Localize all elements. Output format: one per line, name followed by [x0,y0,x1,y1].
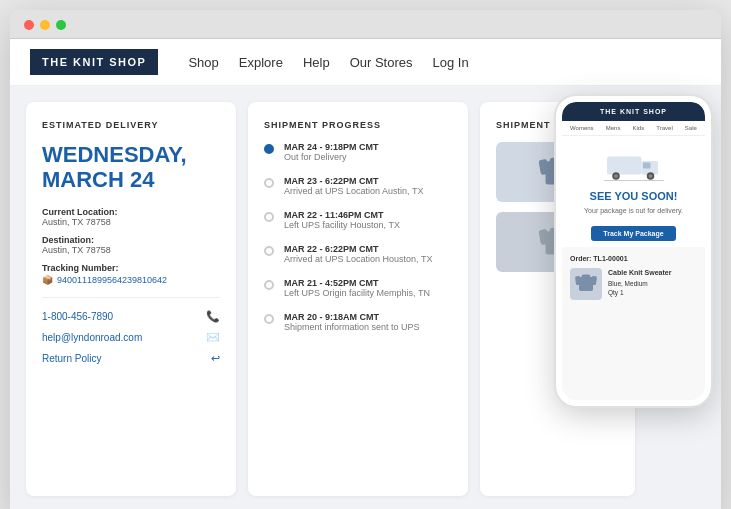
progress-dot-5 [264,314,274,324]
progress-item-2: MAR 22 - 11:46PM CMT Left UPS facility H… [264,210,452,230]
shipment-panel-title: SHIPMENT PROGRESS [264,120,452,130]
svg-rect-10 [643,163,651,169]
progress-desc-2: Left UPS facility Houston, TX [284,220,400,230]
progress-desc-5: Shipment information sent to UPS [284,322,420,332]
progress-item-4: MAR 21 - 4:52PM CMT Left UPS Origin faci… [264,278,452,298]
delivery-panel: ESTIMATED DELIVERY WEDNESDAY, MARCH 24 C… [26,102,236,496]
destination-row: Destination: Austin, TX 78758 [42,235,220,255]
progress-desc-0: Out for Delivery [284,152,379,162]
progress-dot-1 [264,178,274,188]
progress-text-0: MAR 24 - 9:18PM CMT Out for Delivery [284,142,379,162]
nav-link-help[interactable]: Help [303,55,330,70]
svg-rect-16 [579,277,593,291]
progress-item-5: MAR 20 - 9:18AM CMT Shipment information… [264,312,452,332]
email-text: help@lyndonroad.com [42,332,142,343]
tracking-row: Tracking Number: 📦 940011189956423981064… [42,263,220,285]
progress-desc-3: Arrived at UPS Location Houston, TX [284,254,432,264]
email-link[interactable]: help@lyndonroad.com ✉️ [42,331,220,344]
email-icon: ✉️ [206,331,220,344]
progress-desc-4: Left UPS Origin facility Memphis, TN [284,288,430,298]
delivery-date-line2: MARCH 24 [42,167,154,192]
svg-rect-19 [582,275,591,279]
progress-desc-1: Arrived at UPS Location Austin, TX [284,186,423,196]
phone-product-name: Cable Knit Sweater [608,268,671,279]
progress-date-4: MAR 21 - 4:52PM CMT [284,278,430,288]
phone-product-info: Cable Knit Sweater Blue, Medium Qty 1 [608,268,671,298]
return-icon: ↩ [211,352,220,365]
dot-green[interactable] [56,20,66,30]
phone-truck-section: SEE YOU SOON! Your package is out for de… [562,136,705,247]
main-nav: THE KNIT SHOP Shop Explore Help Our Stor… [10,39,721,86]
phone-product-row: Cable Knit Sweater Blue, Medium Qty 1 [570,268,697,300]
phone-mock: THE KNIT SHOP Womens Mens Kids Travel Sa… [556,96,711,406]
phone-nav-logo: THE KNIT SHOP [570,108,697,115]
divider [42,297,220,298]
progress-date-5: MAR 20 - 9:18AM CMT [284,312,420,322]
progress-date-0: MAR 24 - 9:18PM CMT [284,142,379,152]
phone-track-button[interactable]: Track My Package [591,226,675,241]
delivery-date: WEDNESDAY, MARCH 24 [42,142,220,193]
progress-text-3: MAR 22 - 6:22PM CMT Arrived at UPS Locat… [284,244,432,264]
truck-svg [604,146,664,182]
browser-body: THE KNIT SHOP Shop Explore Help Our Stor… [10,39,721,509]
main-content: ESTIMATED DELIVERY WEDNESDAY, MARCH 24 C… [10,86,721,509]
progress-dot-0 [264,144,274,154]
tracking-label: Tracking Number: [42,263,220,273]
phone-nav-womens[interactable]: Womens [570,125,594,131]
dot-red[interactable] [24,20,34,30]
shipment-panel: SHIPMENT PROGRESS MAR 24 - 9:18PM CMT Ou… [248,102,468,496]
phone-icon: 📞 [206,310,220,323]
delivery-date-line1: WEDNESDAY, [42,142,187,167]
phone-nav-mens[interactable]: Mens [606,125,621,131]
phone-text: 1-800-456-7890 [42,311,113,322]
browser-chrome [10,10,721,39]
phone-see-you: SEE YOU SOON! [570,190,697,203]
phone-sub: Your package is out for delivery. [570,207,697,214]
progress-item-3: MAR 22 - 6:22PM CMT Arrived at UPS Locat… [264,244,452,264]
progress-text-1: MAR 23 - 6:22PM CMT Arrived at UPS Locat… [284,176,423,196]
nav-link-shop[interactable]: Shop [188,55,218,70]
progress-text-5: MAR 20 - 9:18AM CMT Shipment information… [284,312,420,332]
phone-nav-kids[interactable]: Kids [633,125,645,131]
progress-item-0: MAR 24 - 9:18PM CMT Out for Delivery [264,142,452,162]
phone-nav: THE KNIT SHOP [562,102,705,121]
dot-yellow[interactable] [40,20,50,30]
nav-logo[interactable]: THE KNIT SHOP [30,49,158,75]
progress-date-3: MAR 22 - 6:22PM CMT [284,244,432,254]
svg-point-14 [648,174,652,178]
progress-dot-2 [264,212,274,222]
phone-product-color: Blue, Medium [608,279,671,289]
browser-window: THE KNIT SHOP Shop Explore Help Our Stor… [10,10,721,509]
tracking-number-value: 9400111899564239810642 [57,275,167,285]
progress-list: MAR 24 - 9:18PM CMT Out for Delivery MAR… [264,142,452,332]
current-location-value: Austin, TX 78758 [42,217,220,227]
tracking-number-link[interactable]: 📦 9400111899564239810642 [42,275,220,285]
nav-link-stores[interactable]: Our Stores [350,55,413,70]
phone-product-qty: Qty 1 [608,288,671,298]
progress-date-1: MAR 23 - 6:22PM CMT [284,176,423,186]
progress-text-2: MAR 22 - 11:46PM CMT Left UPS facility H… [284,210,400,230]
nav-link-explore[interactable]: Explore [239,55,283,70]
return-policy-link[interactable]: Return Policy ↩ [42,352,220,365]
current-location-label: Current Location: [42,207,220,217]
destination-value: Austin, TX 78758 [42,245,220,255]
nav-links: Shop Explore Help Our Stores Log In [188,55,468,70]
phone-order-number: Order: TL1-00001 [570,255,697,262]
phone-link[interactable]: 1-800-456-7890 📞 [42,310,220,323]
delivery-panel-title: ESTIMATED DELIVERY [42,120,220,130]
svg-rect-8 [607,157,642,175]
phone-nav-sale[interactable]: Sale [685,125,697,131]
tracking-icon: 📦 [42,275,53,285]
progress-date-2: MAR 22 - 11:46PM CMT [284,210,400,220]
progress-dot-3 [264,246,274,256]
current-location-row: Current Location: Austin, TX 78758 [42,207,220,227]
phone-nav-travel[interactable]: Travel [656,125,672,131]
phone-sweater-svg [572,270,600,298]
nav-link-login[interactable]: Log In [433,55,469,70]
progress-text-4: MAR 21 - 4:52PM CMT Left UPS Origin faci… [284,278,430,298]
phone-product-img [570,268,602,300]
destination-label: Destination: [42,235,220,245]
progress-dot-4 [264,280,274,290]
return-policy-text: Return Policy [42,353,101,364]
phone-nav-links: Womens Mens Kids Travel Sale [562,121,705,136]
